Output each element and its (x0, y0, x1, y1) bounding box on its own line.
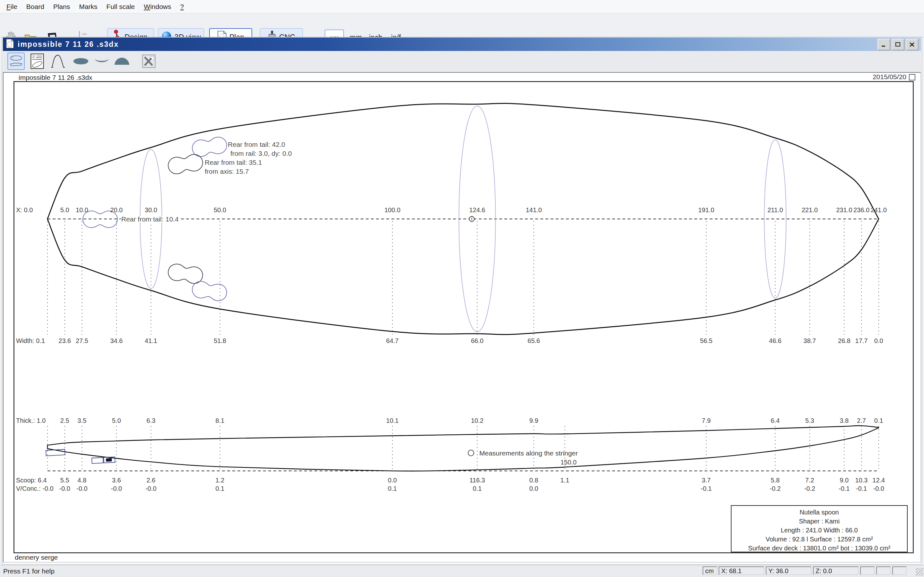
close-button[interactable] (906, 39, 919, 50)
menu-item-full-scale[interactable]: Full scale (102, 3, 140, 11)
scoop-label: 3.7 (702, 477, 711, 484)
x-tick-label: 241.0 (871, 206, 887, 213)
status-x-coordinate: X: 68.1 (719, 566, 764, 575)
thickness-label: 10.2 (471, 417, 483, 424)
width-label: 17.7 (855, 337, 868, 344)
x-tick-label: 100.0 (384, 206, 401, 213)
date-checkbox[interactable] (909, 74, 915, 81)
status-empty-cell (860, 566, 875, 575)
width-label: 41.1 (145, 337, 157, 344)
thickness-label: 5.3 (805, 417, 814, 424)
scoop-label: 0.8 (529, 477, 538, 484)
thickness-label: 0.1 (874, 417, 883, 424)
thickness-label: 10.1 (386, 417, 399, 424)
outline-view-icon[interactable] (7, 53, 25, 70)
x-tick-label: 211.0 (767, 206, 783, 213)
v-concave-label: -0.0 (145, 485, 156, 492)
v-concave-label: -0.0 (873, 485, 884, 492)
v-concave-label: 0.1 (473, 485, 482, 492)
menu-item-plans[interactable]: Plans (49, 3, 75, 11)
menu-item-[interactable]: ? (176, 3, 189, 11)
x-tick-label: 231.0 (836, 206, 852, 213)
x-tick-label: 221.0 (802, 206, 818, 213)
width-label: 23.6 (58, 337, 71, 344)
board-info-box: Nutella spoon Shaper : Kami Length : 241… (731, 505, 908, 552)
status-help-text: Press F1 for help (3, 567, 55, 575)
slice-curve-icon[interactable] (50, 53, 67, 70)
cross-section-icon[interactable] (113, 53, 131, 70)
plug-annotation: from axis: 15.7 (205, 168, 249, 175)
scoop-label: 1.2 (216, 477, 225, 484)
menu-bar: FileBoardPlansMarksFull scaleWindows? (0, 0, 924, 13)
x-tick-label: 30.0 (145, 206, 157, 213)
maximize-button[interactable] (892, 39, 905, 50)
board-profile-outline[interactable] (47, 426, 879, 471)
width-label: Width: 0.1 (16, 337, 45, 344)
scoop-label: 4.8 (78, 477, 87, 484)
status-z-coordinate: Z: 0.0 (813, 566, 859, 575)
status-unit: cm (703, 566, 717, 575)
menu-item-file[interactable]: File (2, 3, 22, 11)
scoop-label: 116.3 (469, 477, 485, 484)
menu-item-marks[interactable]: Marks (74, 3, 102, 11)
menu-item-board[interactable]: Board (22, 3, 49, 11)
plug-annotation: Rear from tail: 35.1 (205, 159, 262, 166)
status-y-coordinate: Y: 36.0 (766, 566, 811, 575)
width-label: 38.7 (803, 337, 816, 344)
v-concave-label: -0.0 (59, 485, 70, 492)
v-concave-label: -0.2 (770, 485, 780, 492)
v-concave-label: V/Conc.: -0.0 (16, 485, 53, 492)
stringer-note: Measurements along the stringer (479, 450, 578, 457)
minimize-button[interactable] (877, 39, 890, 50)
board-volume-surface: Volume : 92.8 l Surface : 12597.8 cm² (732, 535, 907, 544)
board-dimensions: Length : 241.0 Width : 66.0 (732, 526, 907, 535)
x-tick-label: 236.0 (853, 206, 869, 213)
window-title-bar[interactable]: impossible 7 11 26 .s3dx (3, 37, 921, 51)
width-label: 64.7 (386, 337, 399, 344)
resize-grip[interactable] (916, 568, 923, 576)
document-date: 2015/05/20 (866, 73, 906, 81)
status-empty-cell (892, 566, 907, 575)
board-shaper: Shaper : Kami (732, 517, 907, 526)
width-label: 34.6 (110, 337, 123, 344)
x-tick-label: 191.0 (698, 206, 714, 213)
thickness-label: 2.7 (857, 417, 866, 424)
status-empty-cell (876, 566, 891, 575)
stringer-note-marker (468, 450, 474, 456)
center-marker (469, 216, 474, 221)
board-drawing: Rear from tail: 42.0from rail: 3.0, dy: … (13, 81, 914, 553)
width-label: 27.5 (76, 337, 88, 344)
scoop-label: 7.2 (805, 477, 814, 484)
document-icon (5, 39, 15, 50)
author-signature: dennery serge (15, 554, 58, 561)
x-tick-label: X: 0.0 (16, 206, 33, 213)
x-tick-label: 124.6 (469, 206, 485, 213)
scoop-label: 5.5 (60, 477, 69, 484)
width-label: 46.6 (769, 337, 782, 344)
export-spreadsheet-icon[interactable] (140, 53, 158, 70)
thickness-label: 6.4 (771, 417, 780, 424)
plug-annotation: Rear from tail: 42.0 (228, 141, 285, 148)
x-tick-label: 141.0 (526, 206, 542, 213)
v-concave-label: -0.0 (111, 485, 122, 492)
scoop-label: 2.6 (147, 477, 156, 484)
scoop-label: 0.0 (388, 477, 397, 484)
width-label: 66.0 (471, 337, 483, 344)
thickness-label: 2.5 (60, 417, 69, 424)
v-concave-label: -0.1 (838, 485, 850, 492)
main-toolbar: 1 0 Design 3D view Plan CNC cm mm inch i… (0, 13, 924, 37)
filled-outline-icon[interactable] (72, 53, 89, 70)
thickness-label: Thick.: 1.0 (16, 417, 45, 424)
v-concave-label: 0.1 (388, 485, 397, 492)
scoop-label: Scoop: 6.4 (16, 477, 47, 484)
board-dev-surfaces: Surface dev deck : 13801.0 cm² bot : 130… (732, 544, 907, 553)
spec-sheet-icon[interactable] (29, 53, 46, 70)
status-bar: Press F1 for help cm X: 68.1 Y: 36.0 Z: … (0, 565, 924, 577)
width-label: 56.5 (700, 337, 712, 344)
scoop-label: 10.3 (855, 477, 868, 484)
width-label: 51.8 (214, 337, 226, 344)
scoop-label: 1.1 (561, 477, 569, 484)
menu-item-windows[interactable]: Windows (139, 3, 176, 11)
scoop-label: 3.6 (112, 477, 121, 484)
bottom-curve-icon[interactable] (94, 53, 111, 70)
